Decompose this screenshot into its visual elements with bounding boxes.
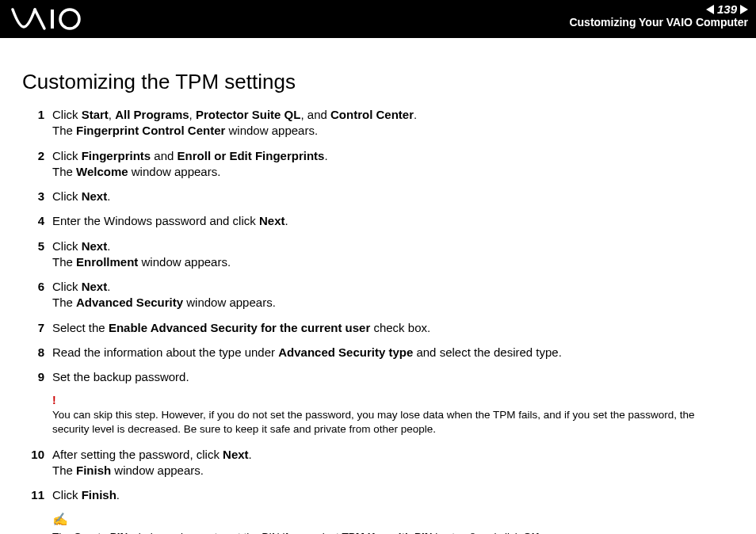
step-item: Click Next.The Advanced Security window … <box>22 279 734 311</box>
vaio-logo <box>11 5 90 36</box>
section-label: Customizing Your VAIO Computer <box>569 17 748 29</box>
note-text: The Create PIN window asks you to set th… <box>52 530 734 534</box>
note-icon: ✍ <box>52 512 734 527</box>
svg-point-1 <box>60 10 79 29</box>
warning-text: You can skip this step. However, if you … <box>52 408 734 437</box>
steps-list: Click Start, All Programs, Protector Sui… <box>22 107 734 503</box>
page-title: Customizing the TPM settings <box>22 70 734 94</box>
step-item: Click Finish. <box>22 487 734 503</box>
step-item: Read the information about the type unde… <box>22 345 734 360</box>
step-item: Click Next.The Enrollment window appears… <box>22 238 734 271</box>
note-block: ✍The Create PIN window asks you to set t… <box>22 512 734 534</box>
step-item: Click Fingerprints and Enroll or Edit Fi… <box>22 148 734 181</box>
step-item: Click Next. <box>22 189 734 204</box>
prev-page-arrow-icon[interactable] <box>706 5 714 14</box>
step-item: Enter the Windows password and click Nex… <box>22 213 734 229</box>
warning-icon: ! <box>52 394 734 406</box>
page-content: Customizing the TPM settings Click Start… <box>0 38 756 534</box>
svg-rect-0 <box>51 10 54 29</box>
page-number: 139 <box>717 3 737 17</box>
next-page-arrow-icon[interactable] <box>740 5 748 14</box>
page-header: 139 Customizing Your VAIO Computer <box>0 0 756 38</box>
step-item: Click Start, All Programs, Protector Sui… <box>22 107 734 139</box>
step-item: Select the Enable Advanced Security for … <box>22 320 734 336</box>
step-item: Set the backup password. <box>22 369 734 385</box>
warning-block: !You can skip this step. However, if you… <box>22 394 734 437</box>
step-item: After setting the password, click Next.T… <box>22 447 734 479</box>
page-navigation: 139 Customizing Your VAIO Computer <box>569 3 748 29</box>
